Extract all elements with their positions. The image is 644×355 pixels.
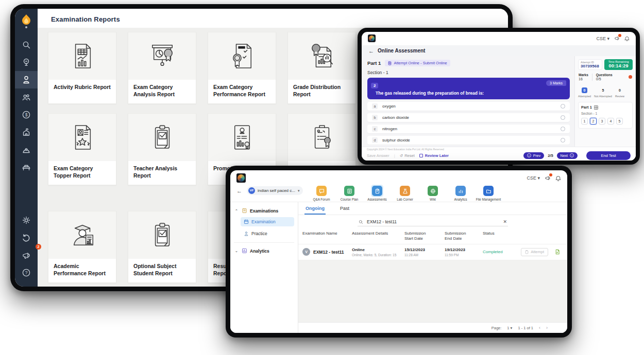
- sidebar-group-analytics[interactable]: ⌄ Analytics: [234, 247, 294, 255]
- course-selector-chip[interactable]: VF indian self paced c... ▾: [247, 186, 303, 195]
- graduate-certificate-icon: [48, 211, 116, 259]
- page-prev-icon[interactable]: ‹: [539, 325, 540, 330]
- examinations-icon: [242, 208, 247, 214]
- option-d[interactable]: d sulphur dioxide: [367, 136, 570, 145]
- community-icon[interactable]: [15, 141, 38, 158]
- back-arrow-icon[interactable]: ←: [368, 48, 374, 54]
- search-input[interactable]: [367, 219, 499, 224]
- report-card-teacher-analysis[interactable]: Teacher Analysis Report: [128, 113, 196, 185]
- assessments-icon: [372, 186, 382, 196]
- report-file-icon[interactable]: [555, 249, 560, 255]
- question-nav-button-active[interactable]: 2: [590, 118, 597, 125]
- assessment-screen: CSE ▾ ← Online Assessment Part 1 Attempt…: [362, 32, 636, 161]
- search-icon[interactable]: [15, 36, 38, 54]
- divider: [592, 74, 592, 81]
- report-card-label: Exam Category Analysis Report: [128, 80, 196, 103]
- tab-ongoing[interactable]: Ongoing: [304, 204, 326, 215]
- option-b[interactable]: b carbon dioxide: [367, 113, 570, 122]
- report-card-optional-subject[interactable]: Optional Subject Student Report: [128, 211, 196, 283]
- reset-button[interactable]: ↺Reset: [400, 153, 415, 158]
- part-label: Part 1: [367, 60, 381, 66]
- page-next-icon[interactable]: ›: [546, 325, 548, 330]
- nav-analytics[interactable]: Analytics: [449, 186, 472, 203]
- library-icon[interactable]: [15, 158, 38, 176]
- attempt-button[interactable]: Attempt: [521, 248, 548, 256]
- report-card-label: Exam Category Performance Report: [208, 80, 276, 103]
- sidebar-group-examinations[interactable]: ⌃ Examinations: [234, 207, 294, 215]
- brand-logo-icon: [368, 34, 376, 42]
- clear-search-icon[interactable]: ✕: [503, 219, 507, 224]
- sidebar-item-practice[interactable]: Practice: [241, 229, 294, 238]
- announcements-megaphone-icon[interactable]: 2: [15, 246, 38, 264]
- report-card-exam-category-analysis[interactable]: Exam Category Analysis Report: [128, 32, 196, 104]
- report-card-exam-category-performance[interactable]: Exam Category Performance Report: [208, 32, 276, 104]
- option-c[interactable]: c nitrogen: [367, 125, 570, 133]
- presentation-medal-icon: [128, 32, 196, 80]
- back-arrow-icon[interactable]: ←: [236, 188, 242, 194]
- radio-button[interactable]: [561, 127, 565, 131]
- table-row[interactable]: V EXM12 - test11 Online Online, Marks: 5…: [298, 244, 567, 260]
- radio-button[interactable]: [561, 138, 565, 143]
- next-button[interactable]: Next›: [557, 152, 578, 159]
- stat-review: 0Review: [615, 84, 624, 98]
- nav-lab-corner[interactable]: Lab Corner: [393, 186, 417, 203]
- bell-icon[interactable]: [624, 36, 630, 41]
- report-card-activity-rubric[interactable]: Activity Rubric Report: [48, 32, 116, 104]
- qa-forum-icon: [316, 186, 327, 196]
- question-progress: 2/5: [548, 153, 553, 158]
- pagination-bar: Page: 1 ▾ 1 - 1 of 1 ‹ ›: [298, 322, 567, 333]
- nav-course-plan[interactable]: Course Plan: [337, 186, 361, 203]
- search-field[interactable]: ✕: [358, 218, 508, 226]
- idea-pin-icon[interactable]: [15, 54, 38, 71]
- svg-text:?: ?: [25, 270, 27, 275]
- course-name: indian self paced c...: [258, 188, 295, 193]
- report-card-grade-distribution[interactable]: Grade Distribution Report: [287, 32, 356, 104]
- navigator-section-label: Section - 1: [581, 112, 630, 115]
- nav-file-management[interactable]: File Management: [477, 186, 500, 203]
- option-text: sulphur dioxide: [382, 138, 410, 143]
- prev-button[interactable]: ‹Prev: [523, 152, 544, 159]
- sidebar-item-reports[interactable]: [15, 71, 38, 88]
- class-selector[interactable]: CSE ▾: [596, 36, 609, 41]
- option-a[interactable]: a oxygen: [367, 102, 570, 111]
- help-icon[interactable]: ?: [15, 264, 38, 281]
- question-nav-button[interactable]: 4: [607, 118, 614, 125]
- question-nav-button[interactable]: 1: [581, 118, 588, 125]
- option-text: oxygen: [382, 104, 396, 109]
- save-answer-button[interactable]: Save Answer: [367, 153, 389, 158]
- time-remaining-value: 00:14:29: [607, 63, 630, 68]
- question-nav-button[interactable]: 5: [616, 118, 623, 125]
- fees-icon[interactable]: $: [15, 106, 38, 123]
- nav-assessments-active[interactable]: Assessments: [365, 186, 389, 203]
- sidebar-item-examination[interactable]: Examination: [241, 217, 294, 226]
- question-navigator: Part 1 Section - 1 1 2 3 4 5: [578, 102, 633, 129]
- class-selector[interactable]: CSE ▾: [527, 175, 540, 181]
- end-test-button[interactable]: End Test: [586, 151, 631, 160]
- users-icon[interactable]: [15, 88, 38, 106]
- review-later-checkbox[interactable]: Review Later: [419, 153, 449, 158]
- report-card-exam-category-topper[interactable]: Exam Category Topper Report: [48, 113, 116, 185]
- radio-button[interactable]: [561, 104, 565, 109]
- page-label: Page:: [492, 326, 502, 330]
- settings-gear-icon[interactable]: [15, 211, 38, 229]
- page-select[interactable]: 1 ▾: [507, 326, 512, 330]
- nav-qa-forum[interactable]: Q&A Forum: [310, 186, 333, 203]
- nav-wiki[interactable]: Wiki: [421, 186, 445, 203]
- bell-icon[interactable]: [555, 175, 561, 181]
- question-nav-button[interactable]: 3: [599, 118, 605, 125]
- col-examination-name: Examination Name: [302, 231, 352, 242]
- radio-button[interactable]: [561, 115, 565, 120]
- item-label: Examination: [251, 219, 276, 224]
- report-card-academic-performance[interactable]: Academic Performance Report: [48, 211, 116, 283]
- tab-past[interactable]: Past: [339, 204, 350, 215]
- nav-label: Lab Corner: [397, 198, 413, 201]
- exams-tabs: Ongoing Past: [298, 202, 567, 215]
- section-label: Section - 1: [367, 70, 570, 75]
- status-badge: Completed: [483, 250, 518, 254]
- announcements-megaphone-icon[interactable]: [614, 36, 620, 41]
- assessment-tablet-frame: CSE ▾ ← Online Assessment Part 1 Attempt…: [358, 28, 640, 165]
- school-icon[interactable]: [15, 123, 38, 141]
- history-refresh-icon[interactable]: [15, 229, 38, 246]
- nav-label: Course Plan: [341, 198, 359, 201]
- announcements-megaphone-icon[interactable]: [545, 175, 551, 181]
